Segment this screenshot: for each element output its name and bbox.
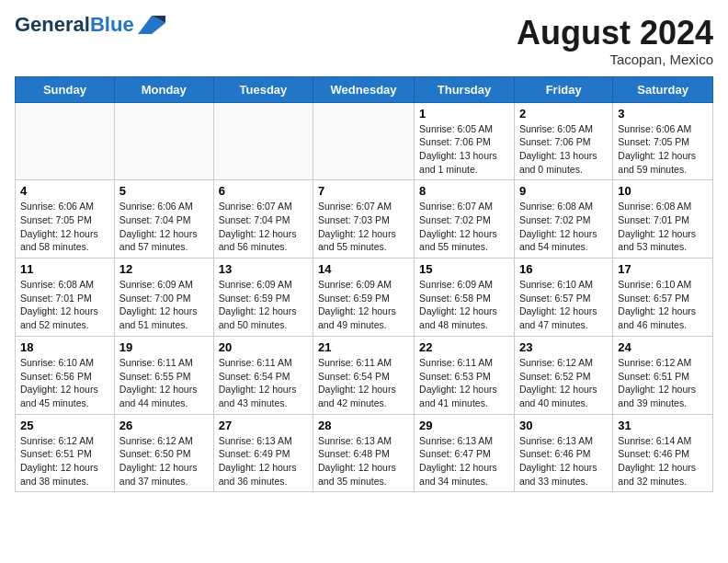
calendar-cell: 30Sunrise: 6:13 AM Sunset: 6:46 PM Dayli… xyxy=(514,414,612,492)
day-number: 7 xyxy=(318,184,409,198)
day-info: Sunrise: 6:09 AM Sunset: 6:59 PM Dayligh… xyxy=(318,278,409,332)
calendar-cell: 22Sunrise: 6:11 AM Sunset: 6:53 PM Dayli… xyxy=(415,336,515,414)
day-info: Sunrise: 6:13 AM Sunset: 6:47 PM Dayligh… xyxy=(419,434,509,488)
day-info: Sunrise: 6:10 AM Sunset: 6:56 PM Dayligh… xyxy=(20,356,109,410)
month-year: August 2024 xyxy=(517,15,713,52)
page-header: GeneralBlue August 2024 Tacopan, Mexico xyxy=(15,15,713,67)
day-number: 14 xyxy=(318,262,409,276)
calendar-cell: 25Sunrise: 6:12 AM Sunset: 6:51 PM Dayli… xyxy=(16,414,115,492)
day-info: Sunrise: 6:11 AM Sunset: 6:55 PM Dayligh… xyxy=(119,356,209,410)
calendar-cell: 31Sunrise: 6:14 AM Sunset: 6:46 PM Dayli… xyxy=(613,414,713,492)
day-info: Sunrise: 6:10 AM Sunset: 6:57 PM Dayligh… xyxy=(618,278,708,332)
calendar-cell: 11Sunrise: 6:08 AM Sunset: 7:01 PM Dayli… xyxy=(16,259,115,337)
day-info: Sunrise: 6:09 AM Sunset: 6:59 PM Dayligh… xyxy=(219,278,308,332)
day-number: 4 xyxy=(20,184,109,198)
day-number: 19 xyxy=(119,340,209,354)
calendar-cell: 10Sunrise: 6:08 AM Sunset: 7:01 PM Dayli… xyxy=(613,180,713,259)
day-info: Sunrise: 6:11 AM Sunset: 6:54 PM Dayligh… xyxy=(318,356,409,410)
day-info: Sunrise: 6:12 AM Sunset: 6:51 PM Dayligh… xyxy=(618,356,708,410)
day-info: Sunrise: 6:09 AM Sunset: 7:00 PM Dayligh… xyxy=(119,278,209,332)
day-info: Sunrise: 6:13 AM Sunset: 6:46 PM Dayligh… xyxy=(519,434,608,488)
logo: GeneralBlue xyxy=(15,15,165,35)
calendar-cell: 15Sunrise: 6:09 AM Sunset: 6:58 PM Dayli… xyxy=(415,259,515,337)
calendar-table: SundayMondayTuesdayWednesdayThursdayFrid… xyxy=(15,76,713,493)
day-number: 25 xyxy=(20,419,109,432)
calendar-cell: 8Sunrise: 6:07 AM Sunset: 7:02 PM Daylig… xyxy=(415,180,515,259)
week-row-3: 11Sunrise: 6:08 AM Sunset: 7:01 PM Dayli… xyxy=(16,259,713,337)
day-number: 2 xyxy=(519,107,608,121)
day-info: Sunrise: 6:05 AM Sunset: 7:06 PM Dayligh… xyxy=(519,122,608,177)
calendar-cell: 3Sunrise: 6:06 AM Sunset: 7:05 PM Daylig… xyxy=(613,102,713,180)
calendar-cell: 29Sunrise: 6:13 AM Sunset: 6:47 PM Dayli… xyxy=(415,414,515,492)
day-number: 13 xyxy=(219,262,308,276)
calendar-cell: 2Sunrise: 6:05 AM Sunset: 7:06 PM Daylig… xyxy=(514,102,612,180)
calendar-cell: 21Sunrise: 6:11 AM Sunset: 6:54 PM Dayli… xyxy=(313,336,415,414)
day-info: Sunrise: 6:13 AM Sunset: 6:49 PM Dayligh… xyxy=(219,434,308,488)
calendar-cell: 27Sunrise: 6:13 AM Sunset: 6:49 PM Dayli… xyxy=(213,414,313,492)
calendar-cell: 6Sunrise: 6:07 AM Sunset: 7:04 PM Daylig… xyxy=(213,180,313,259)
week-row-1: 1Sunrise: 6:05 AM Sunset: 7:06 PM Daylig… xyxy=(16,102,713,180)
day-number: 24 xyxy=(618,340,708,354)
day-info: Sunrise: 6:06 AM Sunset: 7:04 PM Dayligh… xyxy=(119,200,209,254)
day-number: 27 xyxy=(219,419,308,432)
day-info: Sunrise: 6:08 AM Sunset: 7:01 PM Dayligh… xyxy=(618,200,708,254)
week-row-4: 18Sunrise: 6:10 AM Sunset: 6:56 PM Dayli… xyxy=(16,336,713,414)
col-header-thursday: Thursday xyxy=(415,76,515,102)
calendar-cell: 18Sunrise: 6:10 AM Sunset: 6:56 PM Dayli… xyxy=(16,336,115,414)
calendar-cell: 26Sunrise: 6:12 AM Sunset: 6:50 PM Dayli… xyxy=(114,414,213,492)
day-number: 9 xyxy=(519,184,608,198)
week-row-2: 4Sunrise: 6:06 AM Sunset: 7:05 PM Daylig… xyxy=(16,180,713,259)
calendar-cell: 9Sunrise: 6:08 AM Sunset: 7:02 PM Daylig… xyxy=(514,180,612,259)
day-info: Sunrise: 6:14 AM Sunset: 6:46 PM Dayligh… xyxy=(618,434,708,488)
day-number: 1 xyxy=(419,107,509,121)
day-info: Sunrise: 6:05 AM Sunset: 7:06 PM Dayligh… xyxy=(419,122,509,177)
day-info: Sunrise: 6:06 AM Sunset: 7:05 PM Dayligh… xyxy=(20,200,109,254)
day-number: 17 xyxy=(618,262,708,276)
calendar-cell: 12Sunrise: 6:09 AM Sunset: 7:00 PM Dayli… xyxy=(114,259,213,337)
calendar-cell: 24Sunrise: 6:12 AM Sunset: 6:51 PM Dayli… xyxy=(613,336,713,414)
day-number: 29 xyxy=(419,419,509,432)
title-block: August 2024 Tacopan, Mexico xyxy=(517,15,713,67)
day-number: 20 xyxy=(219,340,308,354)
calendar-cell: 4Sunrise: 6:06 AM Sunset: 7:05 PM Daylig… xyxy=(16,180,115,259)
day-number: 8 xyxy=(419,184,509,198)
week-row-5: 25Sunrise: 6:12 AM Sunset: 6:51 PM Dayli… xyxy=(16,414,713,492)
calendar-cell: 7Sunrise: 6:07 AM Sunset: 7:03 PM Daylig… xyxy=(313,180,415,259)
logo-icon xyxy=(138,16,165,34)
day-number: 18 xyxy=(20,340,109,354)
calendar-cell: 16Sunrise: 6:10 AM Sunset: 6:57 PM Dayli… xyxy=(514,259,612,337)
day-info: Sunrise: 6:10 AM Sunset: 6:57 PM Dayligh… xyxy=(519,278,608,332)
day-number: 21 xyxy=(318,340,409,354)
day-number: 3 xyxy=(618,107,708,121)
col-header-saturday: Saturday xyxy=(613,76,713,102)
day-info: Sunrise: 6:09 AM Sunset: 6:58 PM Dayligh… xyxy=(419,278,509,332)
logo-text: GeneralBlue xyxy=(15,15,134,35)
calendar-cell: 28Sunrise: 6:13 AM Sunset: 6:48 PM Dayli… xyxy=(313,414,415,492)
day-info: Sunrise: 6:11 AM Sunset: 6:54 PM Dayligh… xyxy=(219,356,308,410)
calendar-cell xyxy=(16,102,115,180)
calendar-cell: 20Sunrise: 6:11 AM Sunset: 6:54 PM Dayli… xyxy=(213,336,313,414)
col-header-sunday: Sunday xyxy=(16,76,115,102)
col-header-friday: Friday xyxy=(514,76,612,102)
day-number: 11 xyxy=(20,262,109,276)
calendar-cell xyxy=(114,102,213,180)
day-info: Sunrise: 6:08 AM Sunset: 7:02 PM Dayligh… xyxy=(519,200,608,254)
day-number: 22 xyxy=(419,340,509,354)
day-info: Sunrise: 6:06 AM Sunset: 7:05 PM Dayligh… xyxy=(618,122,708,177)
day-info: Sunrise: 6:12 AM Sunset: 6:50 PM Dayligh… xyxy=(119,434,209,488)
location: Tacopan, Mexico xyxy=(517,52,713,67)
col-header-wednesday: Wednesday xyxy=(313,76,415,102)
day-number: 31 xyxy=(618,419,708,432)
day-info: Sunrise: 6:11 AM Sunset: 6:53 PM Dayligh… xyxy=(419,356,509,410)
day-number: 12 xyxy=(119,262,209,276)
day-number: 6 xyxy=(219,184,308,198)
calendar-cell: 23Sunrise: 6:12 AM Sunset: 6:52 PM Dayli… xyxy=(514,336,612,414)
col-header-tuesday: Tuesday xyxy=(213,76,313,102)
day-number: 30 xyxy=(519,419,608,432)
calendar-header-row: SundayMondayTuesdayWednesdayThursdayFrid… xyxy=(16,76,713,102)
day-info: Sunrise: 6:07 AM Sunset: 7:02 PM Dayligh… xyxy=(419,200,509,254)
day-number: 5 xyxy=(119,184,209,198)
day-number: 15 xyxy=(419,262,509,276)
calendar-cell: 14Sunrise: 6:09 AM Sunset: 6:59 PM Dayli… xyxy=(313,259,415,337)
calendar-cell: 13Sunrise: 6:09 AM Sunset: 6:59 PM Dayli… xyxy=(213,259,313,337)
